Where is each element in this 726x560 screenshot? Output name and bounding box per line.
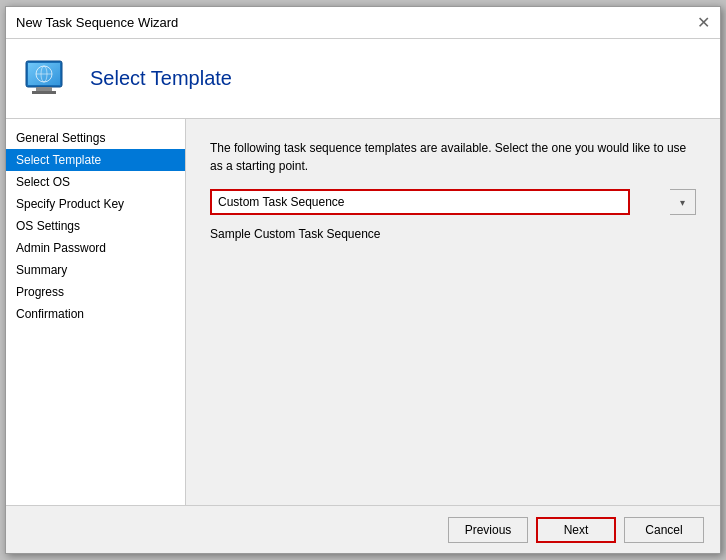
sidebar-item-general-settings[interactable]: General Settings [6,127,185,149]
content-area: General Settings Select Template Select … [6,119,720,505]
sample-label: Sample Custom Task Sequence [210,227,696,241]
template-dropdown[interactable]: Custom Task Sequence [210,189,630,215]
sidebar-item-progress[interactable]: Progress [6,281,185,303]
sidebar-item-summary[interactable]: Summary [6,259,185,281]
main-panel: The following task sequence templates ar… [186,119,720,505]
close-button[interactable]: ✕ [697,15,710,31]
sidebar-item-specify-product-key[interactable]: Specify Product Key [6,193,185,215]
header-title: Select Template [90,67,232,90]
previous-button[interactable]: Previous [448,517,528,543]
sidebar-item-os-settings[interactable]: OS Settings [6,215,185,237]
wizard-icon [22,53,74,105]
sidebar-item-select-os[interactable]: Select OS [6,171,185,193]
dropdown-arrow-icon: ▾ [670,189,696,215]
sidebar-item-select-template[interactable]: Select Template [6,149,185,171]
computer-icon [22,53,74,105]
cancel-button[interactable]: Cancel [624,517,704,543]
svg-rect-4 [32,91,56,94]
sidebar-item-confirmation[interactable]: Confirmation [6,303,185,325]
header: Select Template [6,39,720,119]
sidebar: General Settings Select Template Select … [6,119,186,505]
footer: Previous Next Cancel [6,505,720,553]
template-dropdown-wrapper: Custom Task Sequence ▾ [210,189,696,215]
title-bar: New Task Sequence Wizard ✕ [6,7,720,39]
svg-rect-3 [36,87,52,91]
window-title: New Task Sequence Wizard [16,15,178,30]
next-button[interactable]: Next [536,517,616,543]
sidebar-item-admin-password[interactable]: Admin Password [6,237,185,259]
description-text: The following task sequence templates ar… [210,139,696,175]
wizard-window: New Task Sequence Wizard ✕ [5,6,721,554]
